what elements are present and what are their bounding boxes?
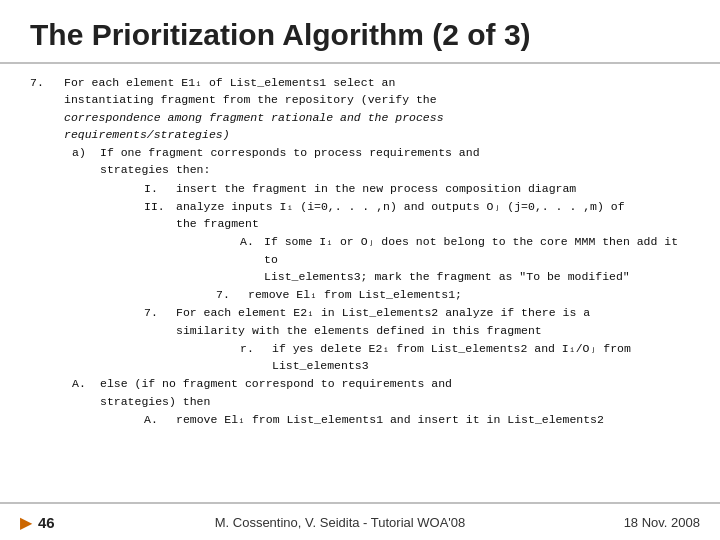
item-A2-block: A. else (if no fragment correspond to re… [72, 375, 690, 428]
item-7-row: 7. For each element E1ᵢ of List_elements… [30, 74, 690, 143]
item-7-text: For each element E1ᵢ of List_elements1 s… [64, 74, 690, 143]
item-a-row: a) If one fragment corresponds to proces… [72, 144, 690, 179]
item-ii-row: II. analyze inputs Iᵢ (i=0,. . . ,n) and… [144, 198, 690, 233]
item-A-label: A. [240, 233, 258, 285]
item-7b-text: For each element E2ᵢ in List_elements2 a… [176, 304, 590, 339]
slide-footer: ▶ 46 M. Cossentino, V. Seidita - Tutoria… [0, 502, 720, 540]
item-ii-text: analyze inputs Iᵢ (i=0,. . . ,n) and out… [176, 198, 625, 233]
item-ii-label: II. [144, 198, 170, 233]
item-7sub-block: 7. remove Elᵢ from List_elements1; [216, 286, 690, 303]
arrow-icon: ▶ [20, 513, 32, 532]
item-i-text: insert the fragment in the new process c… [176, 180, 576, 197]
item-a-block: a) If one fragment corresponds to proces… [72, 144, 690, 374]
item-7sub-row: 7. remove Elᵢ from List_elements1; [216, 286, 690, 303]
item-i-block: I. insert the fragment in the new proces… [144, 180, 690, 197]
item-A-block: A. If some Iᵢ or Oⱼ does not belong to t… [240, 233, 690, 285]
item-A2sub-text: remove Elᵢ from List_elements1 and inser… [176, 411, 604, 428]
item-i-row: I. insert the fragment in the new proces… [144, 180, 690, 197]
item-ii-block: II. analyze inputs Iᵢ (i=0,. . . ,n) and… [144, 198, 690, 304]
item-A2sub-row: A. remove Elᵢ from List_elements1 and in… [144, 411, 690, 428]
item-A2sub-label: A. [144, 411, 170, 428]
footer-left: ▶ 46 [20, 513, 80, 532]
item-7b-label: 7. [144, 304, 170, 339]
item-a-text: If one fragment corresponds to process r… [100, 144, 480, 179]
item-A-row: A. If some Iᵢ or Oⱼ does not belong to t… [240, 233, 690, 285]
item-i-label: I. [144, 180, 170, 197]
footer-citation: M. Cossentino, V. Seidita - Tutorial WOA… [80, 515, 600, 530]
title-bar: The Prioritization Algorithm (2 of 3) [0, 0, 720, 64]
page-number: 46 [38, 514, 55, 531]
item-r-label: r. [240, 340, 266, 375]
item-A2sub-block: A. remove Elᵢ from List_elements1 and in… [144, 411, 690, 428]
item-a-label: a) [72, 144, 94, 179]
item-r-text: if yes delete E2ᵢ from List_elements2 an… [272, 340, 690, 375]
slide: The Prioritization Algorithm (2 of 3) 7.… [0, 0, 720, 540]
item-7sub-text: remove Elᵢ from List_elements1; [248, 286, 462, 303]
item-r-block: r. if yes delete E2ᵢ from List_elements2… [240, 340, 690, 375]
item-A-text: If some Iᵢ or Oⱼ does not belong to the … [264, 233, 690, 285]
item-7-label: 7. [30, 74, 58, 143]
footer-date: 18 Nov. 2008 [600, 515, 700, 530]
item-A2-text: else (if no fragment correspond to requi… [100, 375, 452, 410]
slide-content: 7. For each element E1ᵢ of List_elements… [0, 64, 720, 502]
item-r-row: r. if yes delete E2ᵢ from List_elements2… [240, 340, 690, 375]
slide-title: The Prioritization Algorithm (2 of 3) [30, 18, 690, 52]
item-A2-row: A. else (if no fragment correspond to re… [72, 375, 690, 410]
item-7b-row: 7. For each element E2ᵢ in List_elements… [144, 304, 690, 339]
item-A2-label: A. [72, 375, 94, 410]
item-7b-block: 7. For each element E2ᵢ in List_elements… [144, 304, 690, 374]
item-7sub-label: 7. [216, 286, 242, 303]
